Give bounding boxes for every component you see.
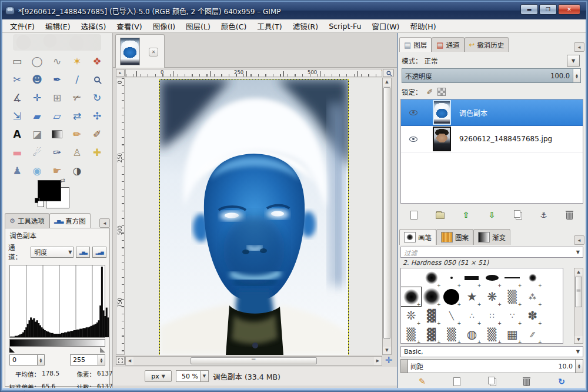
edit-brush-button[interactable]: ✎ <box>415 375 430 388</box>
tab-直方图[interactable]: ▂▅▃直方图 <box>49 213 91 228</box>
cage-transform-tool[interactable]: ✣ <box>87 107 107 125</box>
tab-渐变[interactable]: 渐变 <box>473 229 510 245</box>
foreground-color-swatch[interactable]: ⇄ <box>38 180 61 201</box>
paintbrush-tool[interactable]: ✐ <box>87 125 107 143</box>
zoom-tool[interactable] <box>87 70 107 88</box>
eraser-tool[interactable]: ▬ <box>7 143 27 161</box>
new-brush-button[interactable] <box>449 375 465 388</box>
visibility-eye-icon[interactable] <box>409 137 417 142</box>
mode-value[interactable]: 正常 <box>425 56 438 65</box>
menu-c[interactable]: 颜色(C) <box>216 19 252 33</box>
visibility-eye-icon[interactable] <box>409 110 417 115</box>
brush-cell[interactable] <box>482 268 502 287</box>
shear-tool[interactable]: ▰ <box>27 107 47 125</box>
brush-cell[interactable] <box>421 268 441 287</box>
histogram-log-button[interactable]: ▂▃▅ <box>92 247 106 258</box>
brush-cell[interactable]: ⁄⁄ <box>522 325 542 344</box>
brush-cell[interactable]: ▓ <box>421 325 441 344</box>
select-by-color-tool[interactable]: ❖ <box>87 52 107 70</box>
brush-cell[interactable] <box>421 287 441 306</box>
new-group-button[interactable] <box>432 208 447 221</box>
menu-scriptfu[interactable]: Script-Fu <box>323 21 366 32</box>
horizontal-scroll-thumb[interactable] <box>191 357 317 364</box>
align-tool[interactable]: ⊞ <box>47 88 67 107</box>
swap-colors-icon[interactable]: ⇄ <box>61 177 65 184</box>
lock-alpha-icon[interactable] <box>437 88 446 96</box>
canvas-image[interactable] <box>159 79 349 355</box>
flip-tool[interactable]: ⇄ <box>67 107 87 125</box>
scroll-down-icon[interactable]: ▼ <box>574 336 583 343</box>
histogram-linear-button[interactable]: ▂▅▃ <box>76 247 90 258</box>
lower-layer-button[interactable]: ⇩ <box>484 208 499 221</box>
brush-cell[interactable]: ★ <box>462 287 482 306</box>
tab-撤消历史[interactable]: ↩撤消历史 <box>465 37 509 52</box>
spacing-spinner[interactable]: ▲▼ <box>576 359 583 373</box>
pencil-tool[interactable]: ✏ <box>67 125 87 143</box>
menu-s[interactable]: 选择(S) <box>76 19 112 33</box>
brush-cell[interactable]: ▓ <box>421 306 441 325</box>
rect-select-tool[interactable]: ▭ <box>7 52 27 70</box>
layer-name[interactable]: 调色副本 <box>459 108 487 118</box>
brush-cell[interactable]: ▒ <box>482 325 502 344</box>
brush-cell[interactable]: ◍ <box>462 325 482 344</box>
menu-t[interactable]: 工具(T) <box>252 19 287 33</box>
menu-h[interactable]: 帮助(H) <box>405 19 441 33</box>
duplicate-layer-button[interactable] <box>510 208 526 221</box>
brush-cell[interactable] <box>502 268 522 287</box>
ellipse-select-tool[interactable]: ◯ <box>27 52 47 70</box>
close-button[interactable]: ✕ <box>558 4 580 15</box>
perspective-tool[interactable]: ▱ <box>47 107 67 125</box>
brush-cell[interactable] <box>401 287 421 306</box>
layer-name[interactable]: 9260612_1488457685.jpg <box>459 135 552 143</box>
fuzzy-select-tool[interactable]: ✶ <box>67 52 87 70</box>
mode-dropdown-icon[interactable]: ▼ <box>567 55 580 67</box>
blur-tool[interactable]: ◉ <box>27 161 47 180</box>
layer-row-active[interactable]: 调色副本 <box>401 99 583 126</box>
opacity-slider[interactable]: 不透明度 100.0 <box>402 68 573 83</box>
navigation-button[interactable]: ✛ <box>383 354 395 366</box>
scissors-select-tool[interactable]: ✂ <box>7 70 27 88</box>
quick-mask-toggle[interactable] <box>116 356 125 365</box>
high-range-handle[interactable] <box>100 347 105 353</box>
range-low-input[interactable]: 0 <box>9 354 38 366</box>
channel-select[interactable]: 明度 ▼ <box>31 247 74 258</box>
rotate-tool[interactable]: ↻ <box>87 88 107 107</box>
color-swatch-area[interactable]: ⇄ <box>38 180 73 211</box>
measure-tool[interactable]: ∡ <box>7 88 27 107</box>
ink-tool[interactable]: ✑ <box>47 143 67 161</box>
crop-tool[interactable]: ✃ <box>67 88 87 107</box>
canvas-viewport[interactable] <box>125 78 382 355</box>
dodge-burn-tool[interactable]: ◑ <box>67 161 87 180</box>
airbrush-tool[interactable]: ☄ <box>27 143 47 161</box>
brush-cell[interactable]: ∴ <box>462 306 482 325</box>
tab-工具选项[interactable]: ⚙工具选项 <box>5 213 49 228</box>
brush-scroll-thumb[interactable] <box>575 277 582 307</box>
scroll-right-icon[interactable]: ▶ <box>374 357 382 365</box>
free-select-tool[interactable]: ∿ <box>47 52 67 70</box>
bucket-fill-tool[interactable]: ◪ <box>27 125 47 143</box>
spacing-slider[interactable]: 间距 10.0 <box>408 359 576 373</box>
anchor-layer-button[interactable]: ⚓ <box>536 208 552 221</box>
menu-i[interactable]: 图像(I) <box>148 19 181 33</box>
ruler-menu-button[interactable]: ▸ <box>116 69 125 77</box>
brush-cell[interactable] <box>442 287 462 306</box>
minimize-button[interactable]: ▬ <box>520 4 538 15</box>
duplicate-brush-button[interactable] <box>485 375 500 388</box>
collapse-dock-icon[interactable]: ◂ <box>99 218 110 228</box>
new-layer-button[interactable] <box>406 208 422 221</box>
brush-filter-input[interactable]: 过滤 ▼ <box>400 247 583 258</box>
tab-画笔[interactable]: 画笔 <box>399 229 436 245</box>
horizontal-scrollbar[interactable]: ◀ ▶ <box>125 356 382 366</box>
menu-r[interactable]: 滤镜(R) <box>288 19 323 33</box>
scroll-up-icon[interactable]: ▲ <box>383 78 391 86</box>
brush-cell[interactable]: ▒ <box>442 325 462 344</box>
brush-cell[interactable] <box>522 268 542 287</box>
vertical-scrollbar[interactable]: ▲ ▼ <box>382 78 392 355</box>
menu-f[interactable]: 文件(F) <box>5 19 40 33</box>
gradient-tool[interactable] <box>47 125 67 143</box>
zoom-level-input[interactable]: 50 % <box>176 370 201 382</box>
perspective-clone-tool[interactable]: ♟ <box>7 161 27 180</box>
move-tool[interactable]: ✛ <box>27 88 47 107</box>
scroll-down-icon[interactable]: ▼ <box>383 347 391 354</box>
menu-l[interactable]: 图层(L) <box>181 19 216 33</box>
